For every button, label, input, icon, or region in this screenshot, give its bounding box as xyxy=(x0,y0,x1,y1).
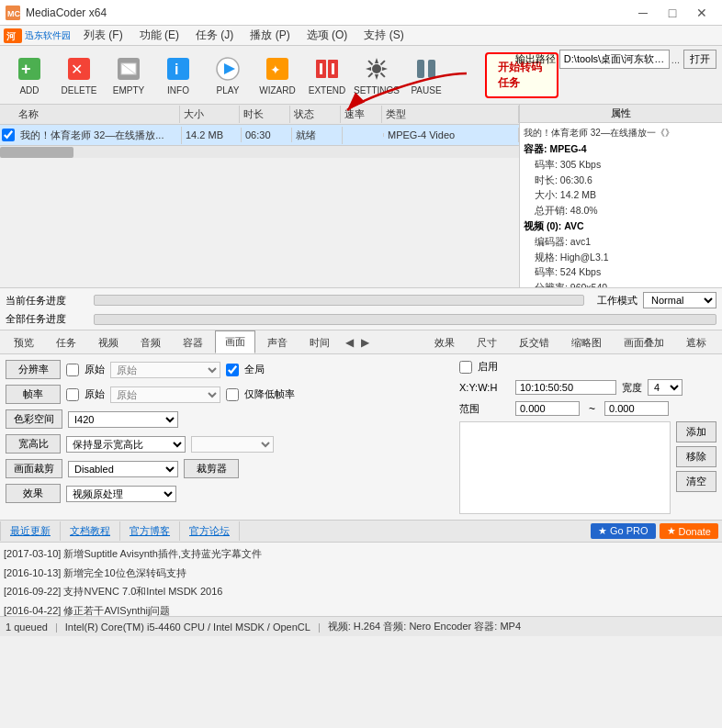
title-bar: MC MediaCoder x64 ─ □ ✕ xyxy=(0,0,722,26)
status-queued: 1 queued xyxy=(6,622,48,633)
range-from[interactable] xyxy=(515,401,580,416)
donate-label: Donate xyxy=(679,526,711,537)
app-title: MediaCoder x64 xyxy=(26,6,107,19)
news-tab-recent[interactable]: 最近更新 xyxy=(0,521,61,541)
remove-crop-button[interactable]: 移除 xyxy=(676,446,716,467)
svg-rect-19 xyxy=(320,63,322,74)
tab-size[interactable]: 尺寸 xyxy=(467,331,507,353)
menu-list[interactable]: 列表 (F) xyxy=(76,26,130,45)
donate-button[interactable]: ★ Donate xyxy=(660,523,718,539)
add-button[interactable]: + ADD xyxy=(6,50,53,101)
tab-mask[interactable]: 遮标 xyxy=(676,331,716,353)
framerate-button[interactable]: 帧率 xyxy=(6,385,61,404)
enable-checkbox[interactable] xyxy=(459,361,472,374)
width-select[interactable]: 4 xyxy=(648,379,683,396)
svg-text:✦: ✦ xyxy=(270,62,281,77)
info-button[interactable]: i INFO xyxy=(154,50,202,101)
news-text-1: 新增Suptitle Avisynth插件,支持蓝光字幕文件 xyxy=(63,548,262,559)
news-item-3: [2016-09-22] 支持NVENC 7.0和Intel MSDK 2016 xyxy=(4,582,718,601)
delete-button[interactable]: ✕ DELETE xyxy=(55,50,103,101)
xywh-input[interactable] xyxy=(515,380,616,395)
tab-arrow-right[interactable]: ▶ xyxy=(357,336,373,349)
global-checkbox[interactable] xyxy=(226,364,239,376)
menu-function[interactable]: 功能 (E) xyxy=(132,26,186,45)
aspect-select2[interactable] xyxy=(191,436,274,453)
aspect-select[interactable]: 保持显示宽高比 xyxy=(66,436,186,453)
pause-button[interactable]: PAUSE xyxy=(402,50,450,101)
colorspace-button[interactable]: 色彩空间 xyxy=(6,409,62,429)
svg-text:河: 河 xyxy=(6,31,17,41)
tab-audio[interactable]: 音频 xyxy=(130,331,171,353)
resolution-original-checkbox[interactable] xyxy=(66,364,79,376)
play-icon xyxy=(213,54,243,84)
tab-arrow-left[interactable]: ◀ xyxy=(342,336,357,349)
maximize-button[interactable]: □ xyxy=(658,4,687,22)
effect-button[interactable]: 效果 xyxy=(6,484,61,503)
title-bar-left: MC MediaCoder x64 xyxy=(6,6,107,20)
tab-picture[interactable]: 画面 xyxy=(215,330,255,353)
crop-button[interactable]: 画面裁剪 xyxy=(6,459,62,478)
menu-support[interactable]: 支持 (S) xyxy=(356,26,411,45)
resolution-select[interactable]: 原始 xyxy=(110,362,220,378)
tab-task[interactable]: 任务 xyxy=(46,331,86,353)
crop-editor-button[interactable]: 裁剪器 xyxy=(184,459,239,478)
reduce-framerate-checkbox[interactable] xyxy=(226,388,239,401)
close-button[interactable]: ✕ xyxy=(687,4,716,22)
menu-task[interactable]: 任务 (J) xyxy=(188,26,241,45)
framerate-select[interactable]: 原始 xyxy=(110,386,220,403)
prop-resolution: 分辨率: 960x540 xyxy=(524,280,718,287)
tab-container[interactable]: 容器 xyxy=(173,331,213,353)
tab-thumbnail[interactable]: 缩略图 xyxy=(561,331,612,353)
news-tab-docs[interactable]: 文档教程 xyxy=(61,521,120,541)
gopro-button[interactable]: ★ Go PRO xyxy=(591,523,656,539)
prop-size: 大小: 14.2 MB xyxy=(524,187,718,203)
play-button[interactable]: PLAY xyxy=(204,50,252,101)
news-tab-forum[interactable]: 官方论坛 xyxy=(180,521,240,541)
menu-play[interactable]: 播放 (P) xyxy=(243,26,297,45)
prop-video: 视频 (0): AVC xyxy=(524,218,718,234)
tab-overlay[interactable]: 画面叠加 xyxy=(614,331,674,353)
aspect-button[interactable]: 宽高比 xyxy=(6,434,61,454)
framerate-original-checkbox[interactable] xyxy=(66,388,79,401)
info-icon: i xyxy=(164,54,193,84)
tab-audio2[interactable]: 声音 xyxy=(257,331,298,353)
news-tab-blog[interactable]: 官方博客 xyxy=(120,521,180,541)
clear-crop-button[interactable]: 清空 xyxy=(676,471,716,492)
add-crop-button[interactable]: 添加 xyxy=(676,421,716,442)
open-folder-button[interactable]: 打开 xyxy=(683,50,716,69)
tab-effect[interactable]: 效果 xyxy=(424,331,465,353)
news-text-3: 支持NVENC 7.0和Intel MSDK 2016 xyxy=(63,586,222,597)
range-to[interactable] xyxy=(604,401,669,416)
empty-button[interactable]: EMPTY xyxy=(105,50,152,101)
col-size: 大小 xyxy=(180,106,240,123)
tab-deinterlace[interactable]: 反交错 xyxy=(509,331,559,353)
work-mode-select[interactable]: Normal Fast High Quality xyxy=(643,292,716,308)
prop-profile: 规格: High@L3.1 xyxy=(524,250,718,265)
all-progress-bar xyxy=(94,314,716,325)
crop-select[interactable]: Disabled xyxy=(68,461,178,477)
settings-button[interactable]: SETTINGS xyxy=(353,50,400,101)
table-row[interactable]: 我的！体育老师 32—在线播放... 14.2 MB 06:30 就绪 MPEG… xyxy=(0,125,519,145)
output-path[interactable]: D:\tools\桌面\河东软件园 xyxy=(559,50,670,69)
scrollbar-thumb[interactable] xyxy=(0,147,73,158)
enable-label: 启用 xyxy=(478,360,498,374)
resolution-button[interactable]: 分辨率 xyxy=(6,360,61,379)
colorspace-row: 色彩空间 I420 xyxy=(6,409,452,429)
gopro-star: ★ xyxy=(598,525,607,536)
tab-time[interactable]: 时间 xyxy=(299,331,340,353)
minimize-button[interactable]: ─ xyxy=(628,4,658,22)
row-checkbox[interactable] xyxy=(2,129,15,141)
tab-preview[interactable]: 预览 xyxy=(4,331,44,353)
tab-video[interactable]: 视频 xyxy=(88,331,129,353)
effect-select[interactable]: 视频原处理 xyxy=(66,486,176,502)
wizard-button[interactable]: ✦ WIZARD xyxy=(254,50,301,101)
colorspace-select[interactable]: I420 xyxy=(68,411,178,428)
horizontal-scrollbar[interactable] xyxy=(0,145,519,158)
extend-button[interactable]: EXTEND xyxy=(303,50,351,101)
svg-text:+: + xyxy=(21,60,31,78)
crop-preview xyxy=(459,421,671,514)
menu-options[interactable]: 选项 (O) xyxy=(299,26,355,45)
current-progress-bar xyxy=(94,295,584,306)
news-area: 最近更新 文档教程 官方博客 官方论坛 ★ Go PRO ★ Donate [2… xyxy=(0,520,722,616)
wizard-icon: ✦ xyxy=(263,54,292,84)
